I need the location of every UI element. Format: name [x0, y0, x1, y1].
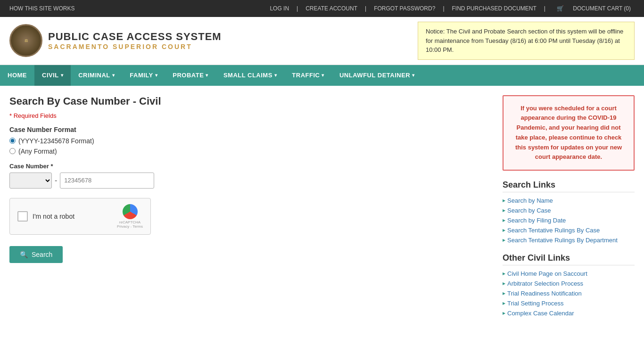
trial-readiness-link[interactable]: Trial Readiness Notification: [507, 290, 582, 297]
search-button[interactable]: 🔍 Search: [9, 246, 63, 263]
divider3: |: [439, 0, 448, 17]
cart-link[interactable]: 🛒 DOCUMENT CART (0): [549, 0, 638, 17]
logo-text: PUBLIC CASE ACCESS SYSTEM SACRAMENTO SUP…: [48, 31, 222, 50]
case-number-label: Case Number *: [9, 163, 493, 170]
search-button-label: Search: [32, 251, 52, 258]
unlawful-chevron: ▾: [412, 73, 415, 78]
search-link-item: Search by Case: [503, 207, 635, 214]
required-note: * Required Fields: [9, 112, 493, 119]
search-links-title: Search Links: [503, 180, 635, 192]
civil-chevron: ▾: [61, 73, 64, 78]
recaptcha-checkbox[interactable]: [17, 211, 28, 222]
case-number-row: 2024 2023 2022 2021 2020 2019 2018 -: [9, 173, 493, 189]
format-option1-label[interactable]: (YYYY-12345678 Format): [9, 137, 493, 145]
format-option2-text: (Any Format): [18, 148, 57, 155]
court-seal: ⚖: [9, 24, 42, 57]
search-link-item: Search Tentative Rulings By Department: [503, 237, 635, 244]
recaptcha-policy: Privacy - Terms: [117, 224, 143, 229]
sidebar: If you were scheduled for a court appear…: [503, 95, 635, 327]
other-link-item: Arbitrator Selection Process: [503, 280, 635, 287]
search-by-name-link[interactable]: Search by Name: [507, 197, 553, 204]
other-link-item: Trial Readiness Notification: [503, 290, 635, 297]
small-claims-chevron: ▾: [274, 73, 277, 78]
covid-notice: If you were scheduled for a court appear…: [503, 95, 635, 171]
main-content: Search By Case Number - Civil * Required…: [0, 86, 644, 336]
top-right-nav: LOG IN | CREATE ACCOUNT | FORGOT PASSWOR…: [266, 0, 638, 17]
other-links-title: Other Civil Links: [503, 253, 635, 265]
family-chevron: ▾: [155, 73, 158, 78]
search-tentative-by-dept-link[interactable]: Search Tentative Rulings By Department: [507, 237, 618, 244]
search-link-item: Search by Name: [503, 197, 635, 204]
complex-case-calendar-link[interactable]: Complex Case Calendar: [507, 310, 574, 317]
search-link-item: Search Tentative Rulings By Case: [503, 227, 635, 234]
arbitrator-selection-link[interactable]: Arbitrator Selection Process: [507, 280, 583, 287]
nav-probate[interactable]: PROBATE ▾: [165, 65, 216, 86]
header: ⚖ PUBLIC CASE ACCESS SYSTEM SACRAMENTO S…: [0, 17, 644, 65]
search-by-filing-date-link[interactable]: Search by Filing Date: [507, 217, 566, 224]
format-option1-text: (YYYY-12345678 Format): [18, 137, 94, 145]
format-radio-group: (YYYY-12345678 Format) (Any Format): [9, 137, 493, 155]
find-document-link[interactable]: FIND PURCHASED DOCUMENT: [448, 0, 540, 17]
trial-setting-link[interactable]: Trial Setting Process: [507, 300, 563, 307]
criminal-chevron: ▾: [112, 73, 115, 78]
other-link-item: Trial Setting Process: [503, 300, 635, 307]
format-label: Case Number Format: [9, 126, 493, 133]
page-title: Search By Case Number - Civil: [9, 95, 493, 107]
other-link-item: Complex Case Calendar: [503, 310, 635, 317]
site-title: PUBLIC CASE ACCESS SYSTEM: [48, 31, 222, 43]
nav-unlawful-detainer[interactable]: UNLAWFUL DETAINER ▾: [332, 65, 422, 86]
format-option2-radio[interactable]: [9, 148, 16, 154]
logo-area: ⚖ PUBLIC CASE ACCESS SYSTEM SACRAMENTO S…: [9, 24, 222, 57]
form-section: Search By Case Number - Civil * Required…: [9, 95, 493, 327]
cart-label: DOCUMENT CART (0): [569, 5, 635, 12]
traffic-chevron: ▾: [322, 73, 324, 78]
nav-family[interactable]: FAMILY ▾: [122, 65, 165, 86]
divider1: |: [293, 0, 302, 17]
dash-separator: -: [55, 176, 57, 185]
nav-home[interactable]: HOME: [0, 65, 34, 86]
search-links-list: Search by Name Search by Case Search by …: [503, 197, 635, 244]
search-tentative-by-case-link[interactable]: Search Tentative Rulings By Case: [507, 227, 600, 234]
case-number-input[interactable]: [60, 173, 154, 189]
nav-small-claims[interactable]: SMALL CLAIMS ▾: [216, 65, 284, 86]
recaptcha-brand: reCAPTCHA: [119, 220, 140, 224]
top-bar: HOW THIS SITE WORKS LOG IN | CREATE ACCO…: [0, 0, 644, 17]
year-select[interactable]: 2024 2023 2022 2021 2020 2019 2018: [9, 173, 52, 189]
recaptcha-label: I'm not a robot: [33, 213, 74, 220]
main-nav: HOME CIVIL ▾ CRIMINAL ▾ FAMILY ▾ PROBATE…: [0, 65, 644, 86]
recaptcha-logo: reCAPTCHA Privacy - Terms: [117, 204, 143, 229]
cart-icon: 🛒: [553, 5, 568, 12]
nav-criminal[interactable]: CRIMINAL ▾: [71, 65, 122, 86]
login-link[interactable]: LOG IN: [266, 0, 293, 17]
recaptcha-logo-icon: [123, 204, 138, 219]
recaptcha-left: I'm not a robot: [17, 211, 74, 222]
search-by-case-link[interactable]: Search by Case: [507, 207, 551, 214]
search-icon: 🔍: [20, 251, 28, 258]
nav-traffic[interactable]: TRAFFIC ▾: [284, 65, 332, 86]
recaptcha-widget: I'm not a robot reCAPTCHA Privacy - Term…: [9, 198, 151, 235]
create-account-link[interactable]: CREATE ACCOUNT: [302, 0, 361, 17]
probate-chevron: ▾: [206, 73, 208, 78]
how-it-works-link[interactable]: HOW THIS SITE WORKS: [6, 0, 78, 17]
divider4: |: [540, 0, 549, 17]
maintenance-notice: Notice: The Civil and Probate Search sec…: [418, 22, 635, 60]
divider2: |: [361, 0, 370, 17]
format-option2-label[interactable]: (Any Format): [9, 148, 493, 155]
notice-text: Notice: The Civil and Probate Search sec…: [426, 28, 623, 53]
forgot-password-link[interactable]: FORGOT PASSWORD?: [370, 0, 439, 17]
civil-home-link[interactable]: Civil Home Page on Saccourt: [507, 270, 587, 277]
court-name: SACRAMENTO SUPERIOR COURT: [48, 43, 222, 50]
other-link-item: Civil Home Page on Saccourt: [503, 270, 635, 277]
search-link-item: Search by Filing Date: [503, 217, 635, 224]
format-option1-radio[interactable]: [9, 138, 16, 144]
other-links-list: Civil Home Page on Saccourt Arbitrator S…: [503, 270, 635, 317]
top-left-nav: HOW THIS SITE WORKS: [6, 0, 78, 17]
nav-civil[interactable]: CIVIL ▾: [34, 65, 71, 86]
